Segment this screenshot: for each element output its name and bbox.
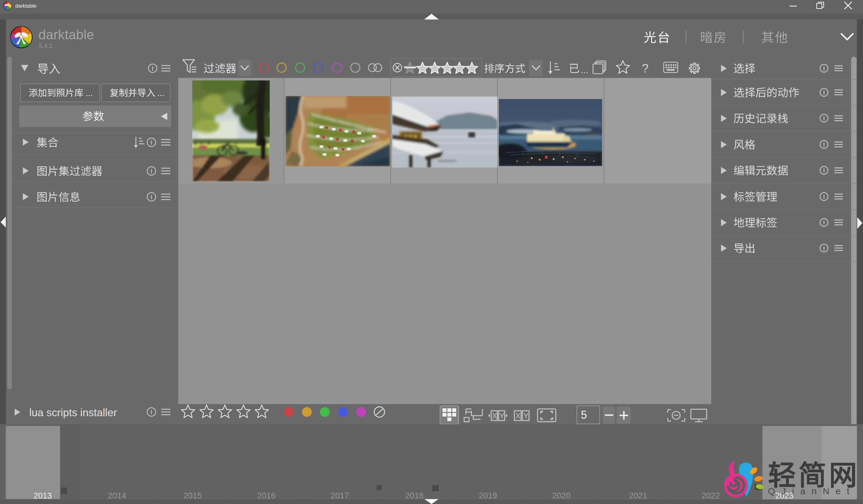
svg-text:X: X: [492, 412, 497, 420]
svg-text:Y: Y: [499, 412, 504, 420]
svg-text:X: X: [516, 412, 521, 420]
svg-text:Y: Y: [524, 412, 528, 420]
